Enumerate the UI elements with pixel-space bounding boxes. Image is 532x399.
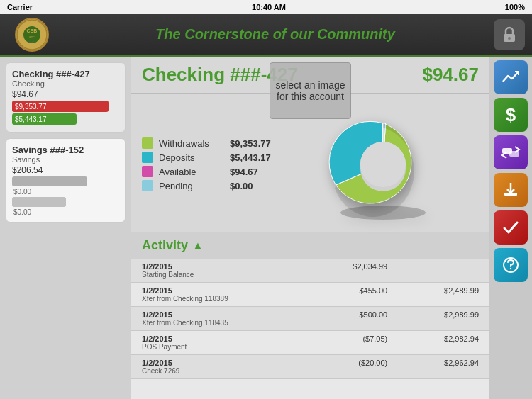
savings-bar1-label: $0.00 <box>12 188 119 196</box>
checking-account-card[interactable]: Checking ###-427 Checking $94.67 $9,353.… <box>6 62 126 133</box>
activity-amount-1: $455.00 <box>306 283 398 307</box>
activity-header: Activity ▲ <box>131 232 489 259</box>
activity-row[interactable]: 1/2/2015 Xfer from Checking 118389 $455.… <box>131 283 489 307</box>
deposits-value: $5,443.17 <box>230 152 287 163</box>
time-label: 10:40 AM <box>252 3 286 11</box>
available-color <box>142 166 153 177</box>
image-select-button[interactable]: select an image for this account <box>270 62 351 119</box>
svg-rect-12 <box>509 151 519 157</box>
svg-text:CSB: CSB <box>27 28 38 33</box>
checking-bar2: $5,443.17 <box>12 113 77 125</box>
pending-label: Pending <box>159 181 230 191</box>
savings-bar1 <box>12 176 87 186</box>
pending-value: $0.00 <box>230 181 287 191</box>
deposit-button[interactable] <box>494 173 528 207</box>
status-bar: Carrier 10:40 AM 100% <box>0 0 532 14</box>
activity-row[interactable]: 1/2/2015 Xfer from Checking 118435 $500.… <box>131 307 489 331</box>
account-header: Checking ###-427 $94.67 select an image … <box>131 57 489 94</box>
activity-date-3: 1/2/2015 POS Payment <box>131 331 306 355</box>
activity-date-0: 1/2/2015 Starting Balance <box>131 259 306 283</box>
savings-bar2 <box>12 197 66 207</box>
legend-row-available: Available $94.67 <box>142 166 287 177</box>
activity-balance-3: $2,982.94 <box>398 331 489 355</box>
bank-logo: CSB &TC SINCE <box>7 17 57 52</box>
lock-icon[interactable] <box>494 19 525 50</box>
activity-row[interactable]: 1/2/2015 POS Payment ($7.05) $2,982.94 <box>131 331 489 355</box>
legend-row-pending: Pending $0.00 <box>142 180 287 191</box>
activity-balance-0 <box>398 259 489 283</box>
svg-point-10 <box>360 142 406 187</box>
pending-color <box>142 180 153 191</box>
activity-sort-icon[interactable]: ▲ <box>192 240 204 252</box>
svg-point-6 <box>508 37 511 40</box>
activity-amount-3: ($7.05) <box>306 331 398 355</box>
savings-type: Savings <box>12 155 119 164</box>
savings-balance: $206.54 <box>12 165 119 175</box>
battery-label: 100% <box>505 3 525 11</box>
checking-type: Checking <box>12 79 119 88</box>
main-container: Checking ###-427 Checking $94.67 $9,353.… <box>0 57 532 399</box>
activity-amount-2: $500.00 <box>306 307 398 331</box>
checking-balance: $94.67 <box>12 89 119 99</box>
activity-balance-4: $2,962.94 <box>398 355 489 379</box>
sidebar-left: Checking ###-427 Checking $94.67 $9,353.… <box>0 57 131 399</box>
deposits-color <box>142 152 153 163</box>
donut-chart <box>321 108 445 221</box>
savings-title: Savings ###-152 <box>12 145 119 155</box>
transfer-button[interactable] <box>494 135 528 169</box>
activity-title: Activity <box>142 238 188 253</box>
donut-chart-area <box>287 101 479 228</box>
header-tagline: The Cornerstone of our Community <box>57 26 494 43</box>
image-select-label: select an image for this account <box>274 79 347 102</box>
activity-row[interactable]: 1/2/2015 Check 7269 ($20.00) $2,962.94 <box>131 355 489 379</box>
svg-text:SINCE: SINCE <box>28 40 37 44</box>
legend-row-deposits: Deposits $5,443.17 <box>142 152 287 163</box>
activity-date-2: 1/2/2015 Xfer from Checking 118435 <box>131 307 306 331</box>
withdrawals-color <box>142 137 153 149</box>
svg-text:&TC: &TC <box>29 35 35 39</box>
savings-account-card[interactable]: Savings ###-152 Savings $206.54 $0.00 $0… <box>6 138 126 223</box>
accounts-nav-button[interactable] <box>494 60 528 94</box>
sidebar-right: $ <box>489 57 532 399</box>
activity-balance-2: $2,989.99 <box>398 307 489 331</box>
svg-point-16 <box>510 268 511 269</box>
check-button[interactable] <box>494 210 528 245</box>
activity-amount-0: $2,034.99 <box>306 259 398 283</box>
available-value: $94.67 <box>230 167 287 177</box>
dollar-icon: $ <box>506 104 516 126</box>
contact-button[interactable] <box>494 248 528 282</box>
carrier-label: Carrier <box>7 3 33 11</box>
activity-amount-4: ($20.00) <box>306 355 398 379</box>
dollar-button[interactable]: $ <box>494 98 528 132</box>
legend-table: Withdrawals $9,353.77 Deposits $5,443.17… <box>142 135 287 194</box>
app-header: CSB &TC SINCE The Cornerstone of our Com… <box>0 14 532 57</box>
withdrawals-label: Withdrawals <box>159 138 230 149</box>
main-content: Checking ###-427 $94.67 select an image … <box>131 57 489 399</box>
checking-bar1: $9,353.77 <box>12 101 109 112</box>
logo-circle: CSB &TC SINCE <box>15 18 49 52</box>
activity-date-1: 1/2/2015 Xfer from Checking 118389 <box>131 283 306 307</box>
account-header-balance: $94.67 <box>422 64 479 86</box>
savings-bar2-label: $0.00 <box>12 208 119 216</box>
activity-date-4: 1/2/2015 Check 7269 <box>131 355 306 379</box>
available-label: Available <box>159 167 230 177</box>
checking-title: Checking ###-427 <box>12 69 119 79</box>
legend-row-withdrawals: Withdrawals $9,353.77 <box>142 137 287 149</box>
activity-table: 1/2/2015 Starting Balance $2,034.99 1/2/… <box>131 259 489 379</box>
withdrawals-value: $9,353.77 <box>230 138 287 149</box>
deposits-label: Deposits <box>159 152 230 163</box>
activity-row[interactable]: 1/2/2015 Starting Balance $2,034.99 <box>131 259 489 283</box>
activity-balance-1: $2,489.99 <box>398 283 489 307</box>
